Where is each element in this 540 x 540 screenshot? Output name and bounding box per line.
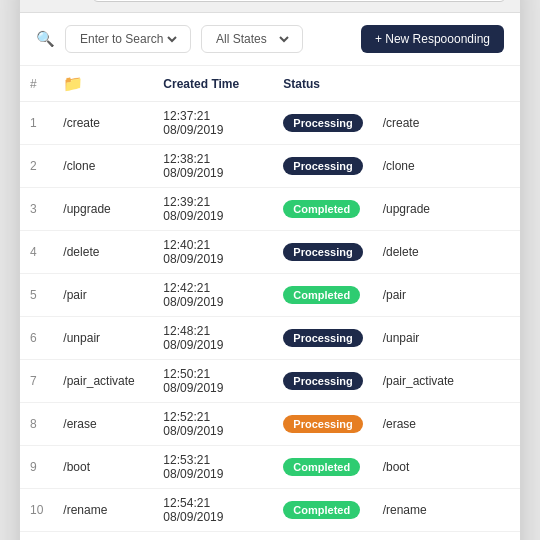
table-row[interactable]: 2 /clone 12:38:21 08/09/2019 Processing … bbox=[20, 145, 520, 188]
row-time: 12:50:21 08/09/2019 bbox=[153, 360, 273, 403]
status-badge: Processing bbox=[283, 415, 362, 433]
table-row[interactable]: 3 /upgrade 12:39:21 08/09/2019 Completed… bbox=[20, 188, 520, 231]
search-dropdown[interactable]: Enter to Search bbox=[65, 25, 191, 53]
row-result: /upgrade bbox=[373, 188, 520, 231]
folder-icon: 📁 bbox=[63, 75, 83, 92]
row-path: /pair_activate bbox=[53, 360, 153, 403]
row-num: 1 bbox=[20, 102, 53, 145]
row-path: /unpair bbox=[53, 317, 153, 360]
row-result: /erase bbox=[373, 403, 520, 446]
table-row[interactable]: 1 /create 12:37:21 08/09/2019 Processing… bbox=[20, 102, 520, 145]
row-path: /rename bbox=[53, 489, 153, 532]
row-result: /rename bbox=[373, 489, 520, 532]
row-num: 6 bbox=[20, 317, 53, 360]
row-path: /pair bbox=[53, 274, 153, 317]
row-path: /erase bbox=[53, 403, 153, 446]
status-badge: Processing bbox=[283, 243, 362, 261]
row-status: Processing bbox=[273, 317, 372, 360]
row-status: Completed bbox=[273, 532, 372, 541]
row-time: 12:38:21 08/09/2019 bbox=[153, 145, 273, 188]
row-num: 10 bbox=[20, 489, 53, 532]
row-result: /delete bbox=[373, 231, 520, 274]
browser-window: ↻ 🔍 Enter to Search All States Processin… bbox=[20, 0, 520, 540]
row-num: 9 bbox=[20, 446, 53, 489]
row-num: 5 bbox=[20, 274, 53, 317]
table-row[interactable]: 11 /getenv 12:58:21 08/09/2019 Completed… bbox=[20, 532, 520, 541]
row-result: /getenv bbox=[373, 532, 520, 541]
row-time: 12:37:21 08/09/2019 bbox=[153, 102, 273, 145]
col-header-time[interactable]: Created Time bbox=[153, 66, 273, 102]
search-icon: 🔍 bbox=[36, 30, 55, 48]
row-num: 8 bbox=[20, 403, 53, 446]
row-result: /create bbox=[373, 102, 520, 145]
row-num: 3 bbox=[20, 188, 53, 231]
status-badge: Completed bbox=[283, 458, 360, 476]
row-time: 12:40:21 08/09/2019 bbox=[153, 231, 273, 274]
row-result: /unpair bbox=[373, 317, 520, 360]
row-time: 12:54:21 08/09/2019 bbox=[153, 489, 273, 532]
col-header-num: # bbox=[20, 66, 53, 102]
row-status: Completed bbox=[273, 489, 372, 532]
col-header-status[interactable]: Status bbox=[273, 66, 372, 102]
row-time: 12:39:21 08/09/2019 bbox=[153, 188, 273, 231]
states-dropdown[interactable]: All States Processing Completed bbox=[201, 25, 303, 53]
table-row[interactable]: 7 /pair_activate 12:50:21 08/09/2019 Pro… bbox=[20, 360, 520, 403]
row-path: /upgrade bbox=[53, 188, 153, 231]
status-badge: Completed bbox=[283, 501, 360, 519]
row-time: 12:52:21 08/09/2019 bbox=[153, 403, 273, 446]
table-row[interactable]: 6 /unpair 12:48:21 08/09/2019 Processing… bbox=[20, 317, 520, 360]
row-status: Processing bbox=[273, 403, 372, 446]
row-num: 2 bbox=[20, 145, 53, 188]
col-header-result bbox=[373, 66, 520, 102]
table-row[interactable]: 8 /erase 12:52:21 08/09/2019 Processing … bbox=[20, 403, 520, 446]
row-path: /getenv bbox=[53, 532, 153, 541]
row-num: 4 bbox=[20, 231, 53, 274]
row-status: Completed bbox=[273, 446, 372, 489]
row-time: 12:58:21 08/09/2019 bbox=[153, 532, 273, 541]
row-path: /clone bbox=[53, 145, 153, 188]
row-status: Processing bbox=[273, 231, 372, 274]
row-path: /delete bbox=[53, 231, 153, 274]
status-badge: Processing bbox=[283, 157, 362, 175]
status-badge: Processing bbox=[283, 114, 362, 132]
new-responding-button[interactable]: + New Respooonding bbox=[361, 25, 504, 53]
status-badge: Completed bbox=[283, 286, 360, 304]
toolbar: 🔍 Enter to Search All States Processing … bbox=[20, 13, 520, 66]
row-status: Completed bbox=[273, 274, 372, 317]
search-select[interactable]: Enter to Search bbox=[76, 31, 180, 47]
row-result: /clone bbox=[373, 145, 520, 188]
data-table: # 📁 Created Time Status 1 /create 12:37:… bbox=[20, 66, 520, 540]
row-result: /pair_activate bbox=[373, 360, 520, 403]
address-bar[interactable]: ↻ bbox=[92, 0, 506, 2]
row-status: Completed bbox=[273, 188, 372, 231]
states-select[interactable]: All States Processing Completed bbox=[212, 31, 292, 47]
row-status: Processing bbox=[273, 145, 372, 188]
titlebar: ↻ bbox=[20, 0, 520, 13]
row-time: 12:42:21 08/09/2019 bbox=[153, 274, 273, 317]
data-table-wrap: # 📁 Created Time Status 1 /create 12:37:… bbox=[20, 66, 520, 540]
row-status: Processing bbox=[273, 102, 372, 145]
row-time: 12:48:21 08/09/2019 bbox=[153, 317, 273, 360]
col-header-path: 📁 bbox=[53, 66, 153, 102]
row-result: /pair bbox=[373, 274, 520, 317]
row-num: 11 bbox=[20, 532, 53, 541]
status-badge: Processing bbox=[283, 329, 362, 347]
row-num: 7 bbox=[20, 360, 53, 403]
row-result: /boot bbox=[373, 446, 520, 489]
row-path: /create bbox=[53, 102, 153, 145]
table-row[interactable]: 9 /boot 12:53:21 08/09/2019 Completed /b… bbox=[20, 446, 520, 489]
table-row[interactable]: 10 /rename 12:54:21 08/09/2019 Completed… bbox=[20, 489, 520, 532]
status-badge: Processing bbox=[283, 372, 362, 390]
row-path: /boot bbox=[53, 446, 153, 489]
row-status: Processing bbox=[273, 360, 372, 403]
table-row[interactable]: 5 /pair 12:42:21 08/09/2019 Completed /p… bbox=[20, 274, 520, 317]
row-time: 12:53:21 08/09/2019 bbox=[153, 446, 273, 489]
status-badge: Completed bbox=[283, 200, 360, 218]
table-row[interactable]: 4 /delete 12:40:21 08/09/2019 Processing… bbox=[20, 231, 520, 274]
